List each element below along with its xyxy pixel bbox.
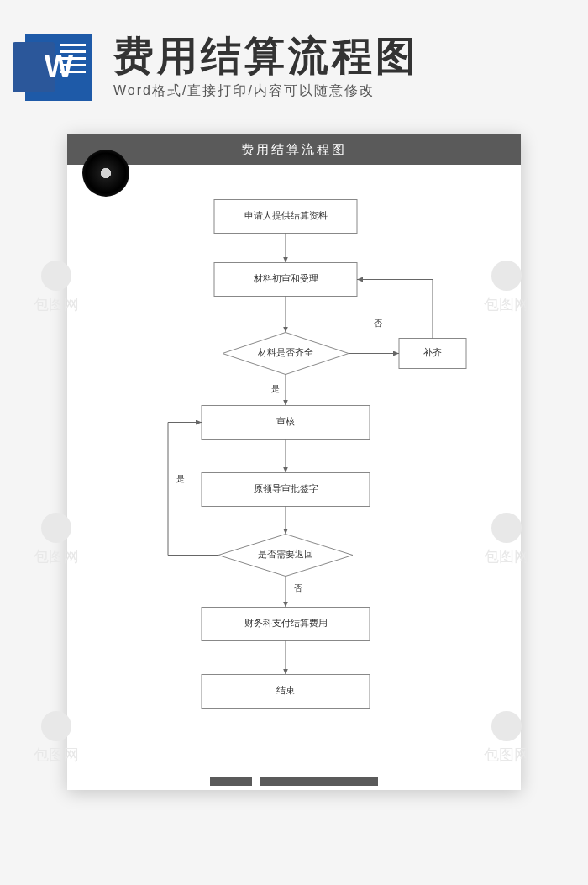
page-title: 费用结算流程图 xyxy=(241,142,347,158)
word-file-icon: W xyxy=(25,34,92,101)
edge-yes-label: 是 xyxy=(271,384,280,393)
node-end-label: 结束 xyxy=(276,685,295,695)
node-apply-label: 申请人提供结算资料 xyxy=(244,210,328,220)
node-complete-label: 材料是否齐全 xyxy=(257,347,313,357)
page-footer xyxy=(67,773,521,790)
page-title-bar: 费用结算流程图 xyxy=(67,134,521,165)
node-audit-label: 审核 xyxy=(276,416,295,426)
header-banner: W 费用结算流程图 Word格式/直接打印/内容可以随意修改 xyxy=(0,25,588,109)
node-supplement-label: 补齐 xyxy=(423,347,442,357)
flowchart: 申请人提供结算资料 材料初审和受理 材料是否齐全 否 是 补齐 审核 原领导审批 xyxy=(67,181,521,790)
edge-no-label-2: 否 xyxy=(294,583,302,593)
node-payment-label: 财务科支付结算费用 xyxy=(244,618,328,628)
document-page: 费用结算流程图 包图网 包图网 包图网 包图网 包图网 包图网 申请人提供结算资… xyxy=(67,134,521,790)
disc-ornament-icon xyxy=(82,150,129,197)
word-letter: W xyxy=(45,50,73,85)
node-return-label: 是否需要返回 xyxy=(258,549,313,559)
node-approve-label: 原领导审批签字 xyxy=(254,483,318,493)
footer-bar xyxy=(260,777,378,786)
edge-yes-label-2: 是 xyxy=(176,474,185,483)
edge-no-label: 否 xyxy=(374,319,382,328)
main-title: 费用结算流程图 xyxy=(113,34,588,79)
subtitle: Word格式/直接打印/内容可以随意修改 xyxy=(113,82,588,100)
node-review-label: 材料初审和受理 xyxy=(253,273,318,283)
footer-bar xyxy=(210,777,252,786)
title-block: 费用结算流程图 Word格式/直接打印/内容可以随意修改 xyxy=(113,34,588,100)
